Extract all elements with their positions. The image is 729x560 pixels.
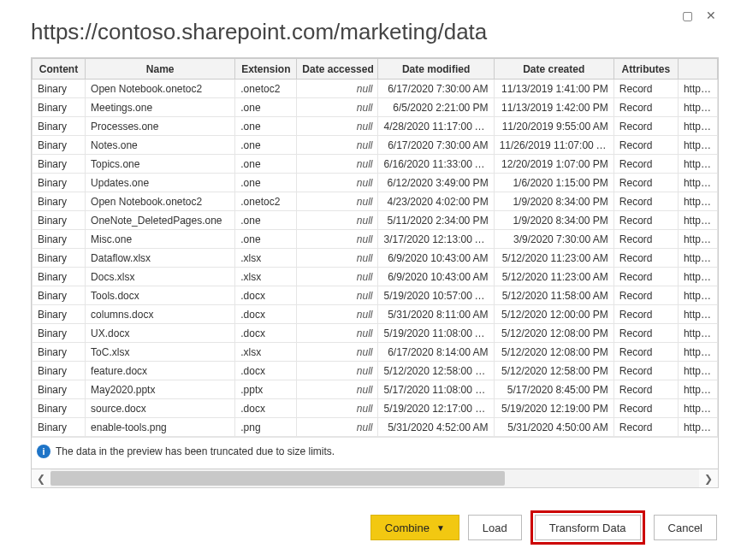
cell-date-accessed: null xyxy=(297,80,378,98)
col-header-date-created[interactable]: Date created xyxy=(494,59,613,80)
table-row[interactable]: BinaryNotes.one.onenull6/17/2020 7:30:00… xyxy=(33,136,718,155)
table-row[interactable]: BinaryDataflow.xlsx.xlsxnull6/9/2020 10:… xyxy=(33,249,718,268)
maximize-icon[interactable]: ▢ xyxy=(681,9,693,21)
cell-url: https:// xyxy=(678,80,717,98)
cell-content: Binary xyxy=(33,98,86,117)
cell-date-modified: 5/31/2020 8:11:00 AM xyxy=(378,305,494,324)
cell-date-accessed: null xyxy=(297,174,378,192)
col-header-date-accessed[interactable]: Date accessed xyxy=(297,59,378,80)
table-row[interactable]: Binaryfeature.docx.docxnull5/12/2020 12:… xyxy=(33,362,718,380)
cell-url: https:// xyxy=(678,136,717,155)
scroll-left-icon[interactable]: ❮ xyxy=(32,469,50,487)
cell-date-modified: 4/23/2020 4:02:00 PM xyxy=(378,192,494,211)
cell-name: Updates.one xyxy=(86,174,235,192)
cell-extension: .docx xyxy=(235,399,297,418)
cell-date-created: 5/12/2020 12:00:00 PM xyxy=(494,305,613,324)
cell-url: https:// xyxy=(678,192,717,211)
cell-name: Misc.one xyxy=(86,230,235,249)
table-row[interactable]: BinaryDocs.xlsx.xlsxnull6/9/2020 10:43:0… xyxy=(33,268,718,286)
cell-date-created: 5/12/2020 12:08:00 PM xyxy=(494,324,613,343)
cell-date-modified: 5/19/2020 12:17:00 PM xyxy=(378,399,494,418)
cell-content: Binary xyxy=(33,136,86,155)
cell-attributes: Record xyxy=(613,286,678,305)
table-row[interactable]: BinaryUpdates.one.onenull6/12/2020 3:49:… xyxy=(33,174,718,192)
cell-extension: .xlsx xyxy=(235,249,297,268)
table-row[interactable]: BinaryMay2020.pptx.pptxnull5/17/2020 11:… xyxy=(33,380,718,399)
cell-date-modified: 5/31/2020 4:52:00 AM xyxy=(378,418,494,437)
cell-content: Binary xyxy=(33,117,86,136)
cell-extension: .onetoc2 xyxy=(235,80,297,98)
scroll-right-icon[interactable]: ❯ xyxy=(699,469,718,487)
combine-button[interactable]: Combine ▼ xyxy=(370,515,459,540)
cell-url: https:// xyxy=(678,343,717,362)
info-icon: i xyxy=(37,445,50,458)
col-header-name[interactable]: Name xyxy=(86,59,235,80)
cell-url: https:// xyxy=(678,305,717,324)
close-icon[interactable]: ✕ xyxy=(705,9,717,21)
table-row[interactable]: BinaryTopics.one.onenull6/16/2020 11:33:… xyxy=(33,155,718,174)
cell-extension: .docx xyxy=(235,324,297,343)
transform-data-button[interactable]: Transform Data xyxy=(535,515,641,540)
transform-data-highlight: Transform Data xyxy=(530,510,645,545)
cell-url: https:// xyxy=(678,324,717,343)
cell-name: Processes.one xyxy=(86,117,235,136)
table-row[interactable]: BinaryMisc.one.onenull3/17/2020 12:13:00… xyxy=(33,230,718,249)
cell-date-accessed: null xyxy=(297,155,378,174)
cell-attributes: Record xyxy=(613,362,678,380)
col-header-extension[interactable]: Extension xyxy=(235,59,297,80)
cell-date-modified: 6/17/2020 7:30:00 AM xyxy=(378,136,494,155)
cell-url: https:// xyxy=(678,211,717,230)
table-row[interactable]: BinaryUX.docx.docxnull5/19/2020 11:08:00… xyxy=(33,324,718,343)
table-row[interactable]: Binarysource.docx.docxnull5/19/2020 12:1… xyxy=(33,399,718,418)
cell-extension: .docx xyxy=(235,286,297,305)
table-row[interactable]: BinaryOneNote_DeletedPages.one.onenull5/… xyxy=(33,211,718,230)
scroll-thumb[interactable] xyxy=(50,471,505,486)
cell-name: Dataflow.xlsx xyxy=(86,249,235,268)
table-row[interactable]: BinaryMeetings.one.onenull6/5/2020 2:21:… xyxy=(33,98,718,117)
cell-date-modified: 5/17/2020 11:08:00 PM xyxy=(378,380,494,399)
load-button[interactable]: Load xyxy=(468,515,522,540)
cell-extension: .one xyxy=(235,155,297,174)
cell-content: Binary xyxy=(33,343,86,362)
truncation-notice: i The data in the preview has been trunc… xyxy=(32,437,718,469)
cell-extension: .docx xyxy=(235,305,297,324)
cell-date-created: 5/12/2020 11:58:00 AM xyxy=(494,286,613,305)
cell-date-modified: 6/5/2020 2:21:00 PM xyxy=(378,98,494,117)
cell-url: https:// xyxy=(678,174,717,192)
cell-attributes: Record xyxy=(613,155,678,174)
cell-name: May2020.pptx xyxy=(86,380,235,399)
cancel-button[interactable]: Cancel xyxy=(654,515,717,540)
cell-extension: .one xyxy=(235,117,297,136)
scroll-track[interactable] xyxy=(50,469,699,487)
cell-extension: .docx xyxy=(235,362,297,380)
cell-url: https:// xyxy=(678,362,717,380)
cell-date-accessed: null xyxy=(297,268,378,286)
cell-date-created: 11/13/2019 1:42:00 PM xyxy=(494,98,613,117)
col-header-overflow[interactable] xyxy=(678,59,717,80)
cell-attributes: Record xyxy=(613,268,678,286)
cell-content: Binary xyxy=(33,211,86,230)
cell-attributes: Record xyxy=(613,418,678,437)
cell-attributes: Record xyxy=(613,399,678,418)
table-row[interactable]: BinaryToC.xlsx.xlsxnull6/17/2020 8:14:00… xyxy=(33,343,718,362)
table-row[interactable]: Binarycolumns.docx.docxnull5/31/2020 8:1… xyxy=(33,305,718,324)
cell-url: https:// xyxy=(678,268,717,286)
table-row[interactable]: BinaryProcesses.one.onenull4/28/2020 11:… xyxy=(33,117,718,136)
cell-date-accessed: null xyxy=(297,324,378,343)
cell-extension: .png xyxy=(235,418,297,437)
table-row[interactable]: BinaryOpen Notebook.onetoc2.onetoc2null6… xyxy=(33,80,718,98)
table-row[interactable]: BinaryOpen Notebook.onetoc2.onetoc2null4… xyxy=(33,192,718,211)
table-row[interactable]: Binaryenable-tools.png.pngnull5/31/2020 … xyxy=(33,418,718,437)
table-row[interactable]: BinaryTools.docx.docxnull5/19/2020 10:57… xyxy=(33,286,718,305)
cell-content: Binary xyxy=(33,80,86,98)
cell-date-modified: 5/19/2020 10:57:00 AM xyxy=(378,286,494,305)
col-header-attributes[interactable]: Attributes xyxy=(613,59,678,80)
cell-date-created: 1/9/2020 8:34:00 PM xyxy=(494,211,613,230)
combine-label: Combine xyxy=(385,522,430,534)
horizontal-scrollbar[interactable]: ❮ ❯ xyxy=(31,469,719,488)
cell-name: columns.docx xyxy=(86,305,235,324)
col-header-date-modified[interactable]: Date modified xyxy=(378,59,494,80)
cell-attributes: Record xyxy=(613,98,678,117)
col-header-content[interactable]: Content xyxy=(33,59,86,80)
cell-date-modified: 4/28/2020 11:17:00 AM xyxy=(378,117,494,136)
